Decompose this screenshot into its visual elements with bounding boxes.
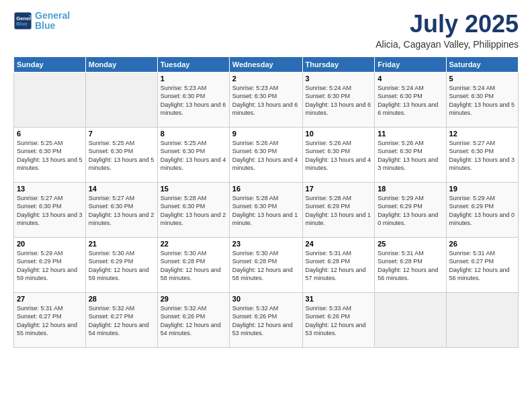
table-row: 17Sunrise: 5:28 AMSunset: 6:29 PMDayligh… [302, 182, 375, 237]
table-row: 11Sunrise: 5:26 AMSunset: 6:30 PMDayligh… [375, 127, 446, 182]
day-detail: Sunrise: 5:30 AMSunset: 6:28 PMDaylight:… [161, 249, 226, 283]
day-number: 9 [232, 130, 300, 138]
main-title: July 2025 [375, 11, 519, 38]
day-number: 28 [89, 295, 154, 303]
table-row: 25Sunrise: 5:31 AMSunset: 6:28 PMDayligh… [375, 237, 446, 292]
table-row: 22Sunrise: 5:30 AMSunset: 6:28 PMDayligh… [157, 237, 229, 292]
day-number: 4 [378, 75, 443, 83]
day-number: 20 [17, 240, 83, 248]
table-row: 18Sunrise: 5:29 AMSunset: 6:29 PMDayligh… [375, 182, 446, 237]
day-detail: Sunrise: 5:31 AMSunset: 6:27 PMDaylight:… [17, 304, 83, 338]
table-row: 4Sunrise: 5:24 AMSunset: 6:30 PMDaylight… [375, 72, 446, 127]
day-number: 21 [89, 240, 154, 248]
day-detail: Sunrise: 5:23 AMSunset: 6:30 PMDaylight:… [232, 84, 300, 118]
table-row: 12Sunrise: 5:27 AMSunset: 6:30 PMDayligh… [446, 127, 518, 182]
day-number: 2 [232, 75, 300, 83]
calendar-body: 1Sunrise: 5:23 AMSunset: 6:30 PMDaylight… [14, 72, 519, 347]
table-row: 6Sunrise: 5:25 AMSunset: 6:30 PMDaylight… [14, 127, 86, 182]
table-row: 14Sunrise: 5:27 AMSunset: 6:30 PMDayligh… [85, 182, 157, 237]
table-row: 9Sunrise: 5:26 AMSunset: 6:30 PMDaylight… [229, 127, 302, 182]
day-number: 18 [378, 185, 443, 193]
day-detail: Sunrise: 5:29 AMSunset: 6:29 PMDaylight:… [378, 194, 443, 228]
day-number: 30 [232, 295, 300, 303]
table-row: 24Sunrise: 5:31 AMSunset: 6:28 PMDayligh… [302, 237, 375, 292]
table-row: 28Sunrise: 5:32 AMSunset: 6:27 PMDayligh… [85, 292, 157, 347]
title-block: July 2025 Alicia, Cagayan Valley, Philip… [375, 11, 519, 50]
day-detail: Sunrise: 5:28 AMSunset: 6:30 PMDaylight:… [232, 194, 300, 228]
table-row: 21Sunrise: 5:30 AMSunset: 6:29 PMDayligh… [85, 237, 157, 292]
col-monday: Monday [85, 56, 157, 72]
table-row [14, 72, 86, 127]
table-row: 30Sunrise: 5:32 AMSunset: 6:26 PMDayligh… [229, 292, 302, 347]
day-detail: Sunrise: 5:32 AMSunset: 6:26 PMDaylight:… [232, 304, 300, 338]
calendar-table: Sunday Monday Tuesday Wednesday Thursday… [13, 56, 519, 348]
table-row: 15Sunrise: 5:28 AMSunset: 6:30 PMDayligh… [157, 182, 229, 237]
day-detail: Sunrise: 5:30 AMSunset: 6:29 PMDaylight:… [89, 249, 154, 283]
calendar-header: Sunday Monday Tuesday Wednesday Thursday… [14, 56, 519, 72]
logo: General Blue General Blue [13, 11, 70, 32]
day-number: 1 [161, 75, 226, 83]
day-number: 8 [161, 130, 226, 138]
day-detail: Sunrise: 5:25 AMSunset: 6:30 PMDaylight:… [17, 139, 83, 173]
table-row: 31Sunrise: 5:33 AMSunset: 6:26 PMDayligh… [302, 292, 375, 347]
day-number: 19 [449, 185, 515, 193]
day-number: 31 [306, 295, 372, 303]
table-row: 10Sunrise: 5:26 AMSunset: 6:30 PMDayligh… [302, 127, 375, 182]
day-detail: Sunrise: 5:33 AMSunset: 6:26 PMDaylight:… [306, 304, 372, 338]
day-detail: Sunrise: 5:27 AMSunset: 6:30 PMDaylight:… [17, 194, 83, 228]
day-number: 12 [449, 130, 515, 138]
logo-text: General Blue [35, 11, 70, 32]
day-detail: Sunrise: 5:27 AMSunset: 6:30 PMDaylight:… [89, 194, 154, 228]
table-row: 5Sunrise: 5:24 AMSunset: 6:30 PMDaylight… [446, 72, 518, 127]
day-number: 27 [17, 295, 83, 303]
subtitle: Alicia, Cagayan Valley, Philippines [375, 39, 519, 50]
logo-icon: General Blue [13, 11, 32, 30]
day-detail: Sunrise: 5:24 AMSunset: 6:30 PMDaylight:… [378, 84, 443, 118]
day-detail: Sunrise: 5:25 AMSunset: 6:30 PMDaylight:… [89, 139, 154, 173]
day-number: 25 [378, 240, 443, 248]
table-row: 7Sunrise: 5:25 AMSunset: 6:30 PMDaylight… [85, 127, 157, 182]
table-row: 27Sunrise: 5:31 AMSunset: 6:27 PMDayligh… [14, 292, 86, 347]
day-detail: Sunrise: 5:28 AMSunset: 6:29 PMDaylight:… [306, 194, 372, 228]
table-row: 16Sunrise: 5:28 AMSunset: 6:30 PMDayligh… [229, 182, 302, 237]
table-row: 23Sunrise: 5:30 AMSunset: 6:28 PMDayligh… [229, 237, 302, 292]
table-row [446, 292, 518, 347]
day-detail: Sunrise: 5:29 AMSunset: 6:29 PMDaylight:… [17, 249, 83, 283]
day-detail: Sunrise: 5:32 AMSunset: 6:27 PMDaylight:… [89, 304, 154, 338]
table-row: 19Sunrise: 5:29 AMSunset: 6:29 PMDayligh… [446, 182, 518, 237]
day-detail: Sunrise: 5:31 AMSunset: 6:28 PMDaylight:… [306, 249, 372, 283]
table-row: 13Sunrise: 5:27 AMSunset: 6:30 PMDayligh… [14, 182, 86, 237]
col-friday: Friday [375, 56, 446, 72]
page-header: General Blue General Blue July 2025 Alic… [13, 11, 519, 50]
day-detail: Sunrise: 5:30 AMSunset: 6:28 PMDaylight:… [232, 249, 300, 283]
day-detail: Sunrise: 5:26 AMSunset: 6:30 PMDaylight:… [306, 139, 372, 173]
day-number: 14 [89, 185, 154, 193]
day-number: 22 [161, 240, 226, 248]
day-number: 17 [306, 185, 372, 193]
day-detail: Sunrise: 5:25 AMSunset: 6:30 PMDaylight:… [161, 139, 226, 173]
table-row: 26Sunrise: 5:31 AMSunset: 6:27 PMDayligh… [446, 237, 518, 292]
table-row [85, 72, 157, 127]
day-number: 16 [232, 185, 300, 193]
col-sunday: Sunday [14, 56, 86, 72]
table-row: 29Sunrise: 5:32 AMSunset: 6:26 PMDayligh… [157, 292, 229, 347]
day-detail: Sunrise: 5:24 AMSunset: 6:30 PMDaylight:… [449, 84, 515, 118]
day-number: 13 [17, 185, 83, 193]
day-number: 6 [17, 130, 83, 138]
col-wednesday: Wednesday [229, 56, 302, 72]
day-number: 3 [306, 75, 372, 83]
day-number: 26 [449, 240, 515, 248]
svg-text:Blue: Blue [16, 21, 28, 27]
day-number: 10 [306, 130, 372, 138]
day-detail: Sunrise: 5:27 AMSunset: 6:30 PMDaylight:… [449, 139, 515, 173]
col-thursday: Thursday [302, 56, 375, 72]
day-detail: Sunrise: 5:29 AMSunset: 6:29 PMDaylight:… [449, 194, 515, 228]
day-detail: Sunrise: 5:23 AMSunset: 6:30 PMDaylight:… [161, 84, 226, 118]
day-number: 29 [161, 295, 226, 303]
table-row: 2Sunrise: 5:23 AMSunset: 6:30 PMDaylight… [229, 72, 302, 127]
day-detail: Sunrise: 5:31 AMSunset: 6:28 PMDaylight:… [378, 249, 443, 283]
table-row: 8Sunrise: 5:25 AMSunset: 6:30 PMDaylight… [157, 127, 229, 182]
day-detail: Sunrise: 5:28 AMSunset: 6:30 PMDaylight:… [161, 194, 226, 228]
day-detail: Sunrise: 5:31 AMSunset: 6:27 PMDaylight:… [449, 249, 515, 283]
day-number: 7 [89, 130, 154, 138]
